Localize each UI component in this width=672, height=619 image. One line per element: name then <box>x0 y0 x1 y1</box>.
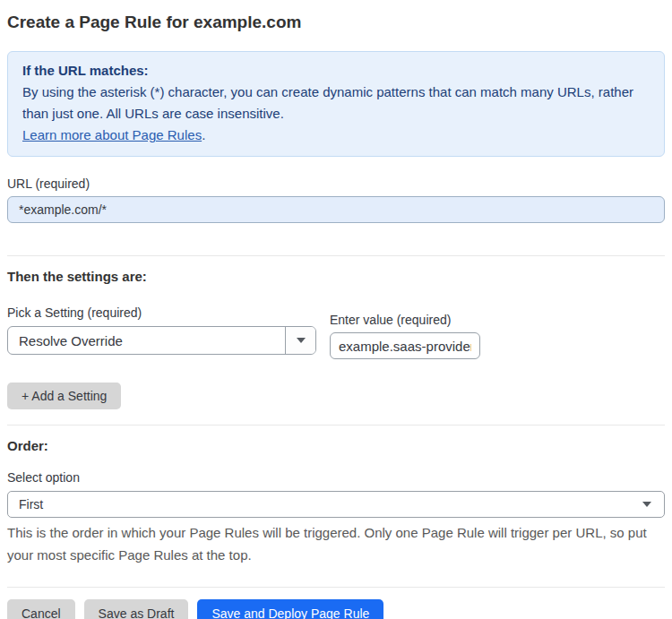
page-title: Create a Page Rule for example.com <box>7 11 665 34</box>
add-setting-button[interactable]: + Add a Setting <box>7 383 121 409</box>
save-deploy-button[interactable]: Save and Deploy Page Rule <box>197 599 383 619</box>
setting-value-column: Enter value (required) <box>330 286 480 359</box>
chevron-down-icon <box>642 502 651 507</box>
banner-body: By using the asterisk (*) character, you… <box>22 82 650 125</box>
url-match-info-banner: If the URL matches: By using the asteris… <box>7 51 665 157</box>
footer-actions: Cancel Save as Draft Save and Deploy Pag… <box>7 599 665 619</box>
url-label: URL (required) <box>7 176 665 192</box>
order-select-label: Select option <box>7 470 665 486</box>
divider <box>7 587 665 588</box>
cancel-button[interactable]: Cancel <box>7 599 75 619</box>
chevron-down-icon <box>297 338 306 343</box>
banner-heading: If the URL matches: <box>22 60 650 82</box>
order-select-value: First <box>19 497 43 512</box>
setting-picker-label: Pick a Setting (required) <box>7 305 316 321</box>
divider <box>7 255 665 256</box>
setting-value-label: Enter value (required) <box>330 313 480 328</box>
setting-select-value: Resolve Override <box>8 327 285 354</box>
save-draft-button[interactable]: Save as Draft <box>84 599 189 619</box>
order-select[interactable]: First <box>7 491 665 518</box>
banner-link-line: Learn more about Page Rules. <box>22 125 650 146</box>
order-section-heading: Order: <box>7 437 665 455</box>
learn-more-link[interactable]: Learn more about Page Rules <box>22 127 202 142</box>
setting-picker-column: Pick a Setting (required) Resolve Overri… <box>7 286 316 355</box>
setting-value-input[interactable] <box>330 332 480 359</box>
divider <box>7 425 665 426</box>
link-suffix: . <box>202 127 205 142</box>
settings-row: Pick a Setting (required) Resolve Overri… <box>7 286 665 359</box>
order-help-text: This is the order in which your Page Rul… <box>7 521 665 566</box>
setting-select-arrow-button[interactable] <box>285 327 315 354</box>
setting-select[interactable]: Resolve Override <box>7 326 316 355</box>
url-input[interactable] <box>7 196 665 223</box>
settings-section-heading: Then the settings are: <box>7 268 665 286</box>
